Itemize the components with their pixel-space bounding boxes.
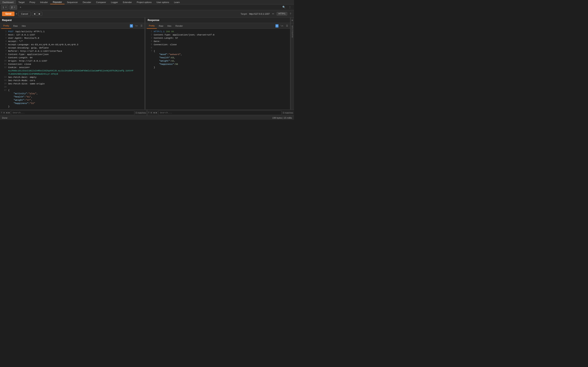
response-header: Response <box>146 17 290 23</box>
nav-user-options[interactable]: User options <box>154 0 172 4</box>
cancel-button[interactable]: Cancel <box>18 12 31 16</box>
response-tab-hex[interactable]: Hex <box>165 23 173 29</box>
close-tab-1-icon[interactable]: ✕ <box>5 6 7 8</box>
request-code-area: 1 POST /api/activity HTTP/1.1 2 Host: 12… <box>0 29 145 109</box>
response-more-icon[interactable]: ☰ <box>285 24 289 27</box>
search-icon[interactable]: 🔍 <box>282 5 286 9</box>
inspector-sidebar[interactable]: ⚙ INSPECTOR <box>290 17 294 109</box>
response-code-area: 1 HTTP/1.1 200 OK 2 Content-Type: applic… <box>146 29 290 109</box>
nav-comparer[interactable]: Comparer <box>94 0 109 4</box>
request-ln-icon[interactable]: \n <box>134 24 138 27</box>
req-line-7: 7 Referer: http://127.0.0.1:1337/interfa… <box>0 50 145 53</box>
edit-target-icon[interactable]: ✏ <box>271 12 275 16</box>
req-line-18: "activity":"play", <box>0 92 145 95</box>
response-search-input[interactable] <box>158 110 282 115</box>
req-line-3: 3 User-Agent: Mozilla/5.0 <box>0 36 145 40</box>
nav-decoder[interactable]: Decoder <box>80 0 94 4</box>
nav-learn[interactable]: Learn <box>172 0 182 4</box>
req-line-15: 15 Sec-Fetch-Site: same-origin <box>0 82 145 85</box>
menu-icon[interactable]: ⋮ <box>288 5 292 9</box>
request-search-input[interactable] <box>11 110 134 115</box>
nav-logger[interactable]: Logger <box>108 0 120 4</box>
response-wrap-icon[interactable]: ≡ <box>276 24 278 27</box>
req-line-1: 1 POST /api/activity HTTP/1.1 <box>0 30 145 33</box>
res-line-1: 1 HTTP/1.1 200 OK <box>146 30 290 33</box>
inspector-settings-icon[interactable]: ⚙ <box>292 19 293 22</box>
response-search-forward-icon[interactable]: ▶ <box>156 111 157 114</box>
res-line-10: "weight":42, <box>146 59 290 63</box>
request-header: Request <box>0 17 145 23</box>
response-tab-raw[interactable]: Raw <box>157 23 165 29</box>
status-right: 199 bytes | 15 millis <box>272 117 292 119</box>
target-label: Target: <box>241 13 247 15</box>
response-search-help-icon[interactable]: ? <box>148 111 149 114</box>
nav-project-options[interactable]: Project options <box>134 0 154 4</box>
req-line-8: 8 Content-Type: application/json <box>0 53 145 56</box>
req-line-19: "health":"61", <box>0 95 145 99</box>
req-line-11: 11 Connection: close <box>0 63 145 66</box>
bottom-search-bars: ? ⚙ ◀ ▶ 0 matches ? ⚙ ◀ ▶ 0 matches <box>0 109 294 116</box>
request-tabs: Pretty Raw Hex ≡ \n ☰ <box>0 23 145 29</box>
nav-repeater[interactable]: Repeater <box>50 0 64 4</box>
res-line-7: 7 { <box>146 50 290 53</box>
response-tabs: Pretty Raw Hex Render ≡ \n ☰ <box>146 23 290 29</box>
req-line-14: 14 Sec-Fetch-Mode: cors <box>0 79 145 82</box>
status-bar: Done 199 bytes | 15 millis <box>0 116 294 120</box>
req-line-12c: 7L9AD429Ebj8QHZJlnP9RNRad24tLyr-mTey8 <box>0 72 145 76</box>
request-tab-pretty[interactable]: Pretty <box>1 23 11 29</box>
req-line-16: 16 <box>0 85 145 89</box>
response-search-back-icon[interactable]: ◀ <box>153 111 155 114</box>
add-tab-button[interactable]: + <box>18 5 23 9</box>
inspector-label[interactable]: INSPECTOR <box>291 23 294 40</box>
http-version-badge[interactable]: HTTP/1 <box>277 12 287 16</box>
request-search-matches: 0 matches <box>136 111 146 114</box>
main-panels: Request Pretty Raw Hex ≡ \n ☰ 1 POST /ap… <box>0 17 294 109</box>
help-icon[interactable]: ? <box>289 12 292 16</box>
response-ln-icon[interactable]: \n <box>280 24 284 27</box>
req-line-20: "weight":"47", <box>0 99 145 102</box>
req-line-5: 5 Accept-Language: es-ES,es;q=0.8,en-US;… <box>0 43 145 46</box>
req-line-13: 13 Sec-Fetch-Dest: empty <box>0 76 145 79</box>
res-line-11: "happiness":56 <box>146 63 290 66</box>
nav-extender[interactable]: Extender <box>121 0 134 4</box>
req-line-21: "happiness":"53" <box>0 102 145 105</box>
close-tab-2-icon[interactable]: ✕ <box>14 6 15 8</box>
request-tab-icons: ≡ \n ☰ <box>130 24 143 27</box>
request-tab-hex[interactable]: Hex <box>20 23 28 29</box>
request-search-settings-icon[interactable]: ⚙ <box>3 111 5 114</box>
res-line-8: "mood":"awkward", <box>146 53 290 56</box>
repeater-tab-1[interactable]: 1 ✕ <box>1 5 9 9</box>
target-url: http://127.0.0.1:1337 <box>249 13 270 15</box>
top-navigation: Dashboard Target Proxy Intruder Repeater… <box>0 0 294 4</box>
request-search-bar: ? ⚙ ◀ ▶ 0 matches <box>0 110 147 116</box>
nav-target[interactable]: Target <box>16 0 27 4</box>
req-line-4: 4 Accept: */* <box>0 40 145 43</box>
response-search-bar: ? ⚙ ◀ ▶ 0 matches <box>147 110 294 116</box>
res-line-3: 3 Content-Length: 57 <box>146 36 290 40</box>
nav-intruder[interactable]: Intruder <box>38 0 51 4</box>
request-search-back-icon[interactable]: ◀ <box>6 111 7 114</box>
settings-icon[interactable]: ⚙ <box>16 12 17 15</box>
toolbar-right: Target: http://127.0.0.1:1337 ✏ HTTP/1 ? <box>241 12 292 16</box>
nav-sequencer[interactable]: Sequencer <box>65 0 80 4</box>
request-wrap-icon[interactable]: ≡ <box>130 24 133 27</box>
status-left: Done <box>2 117 7 119</box>
request-more-icon[interactable]: ☰ <box>140 24 143 27</box>
tab-bar-actions: 🔍 ⋮ <box>282 5 293 9</box>
request-search-help-icon[interactable]: ? <box>1 111 2 114</box>
send-button[interactable]: Send <box>2 12 15 16</box>
request-panel: Request Pretty Raw Hex ≡ \n ☰ 1 POST /ap… <box>0 17 145 109</box>
response-tab-pretty[interactable]: Pretty <box>147 23 157 29</box>
res-line-9: "health":63, <box>146 56 290 59</box>
response-tab-render[interactable]: Render <box>173 23 185 29</box>
response-search-settings-icon[interactable]: ⚙ <box>151 111 152 114</box>
req-line-9: 9 Content-Length: 64 <box>0 56 145 59</box>
request-search-forward-icon[interactable]: ▶ <box>9 111 10 114</box>
request-tab-raw[interactable]: Raw <box>11 23 20 29</box>
forward-button[interactable]: ▶ <box>37 12 42 16</box>
req-line-17: 17 { <box>0 89 145 92</box>
nav-proxy[interactable]: Proxy <box>27 0 38 4</box>
nav-dashboard[interactable]: Dashboard <box>0 0 16 4</box>
repeater-tab-2[interactable]: 2 ✕ <box>9 5 17 9</box>
back-button[interactable]: ◀ <box>32 12 37 16</box>
